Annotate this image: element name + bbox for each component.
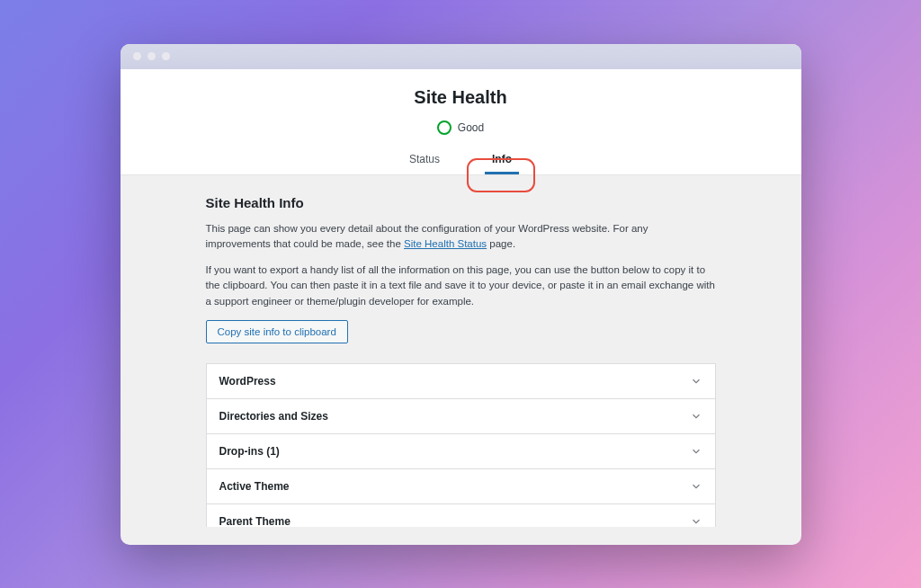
accordion-item-directories[interactable]: Directories and Sizes	[207, 399, 715, 434]
tab-info[interactable]: Info	[479, 146, 524, 174]
accordion-item-dropins[interactable]: Drop-ins (1)	[207, 434, 715, 469]
window-minimize-dot[interactable]	[148, 52, 156, 60]
chevron-down-icon	[690, 480, 702, 493]
chevron-down-icon	[690, 375, 702, 388]
status-circle-icon	[437, 120, 452, 135]
chevron-down-icon	[690, 445, 702, 458]
window-titlebar	[121, 44, 801, 69]
description-2: If you want to export a handy list of al…	[206, 263, 716, 309]
description-1: This page can show you every detail abou…	[206, 221, 716, 253]
copy-site-info-button[interactable]: Copy site info to clipboard	[206, 320, 348, 343]
accordion-label: Directories and Sizes	[219, 410, 328, 423]
accordion-label: Drop-ins (1)	[219, 445, 280, 458]
health-status: Good	[121, 120, 801, 135]
accordion-label: Active Theme	[219, 480, 290, 493]
tab-status[interactable]: Status	[397, 146, 452, 174]
section-title: Site Health Info	[206, 195, 716, 210]
chevron-down-icon	[690, 410, 702, 423]
accordion-item-active-theme[interactable]: Active Theme	[207, 469, 715, 504]
content-area: Site Health Info This page can show you …	[121, 175, 801, 527]
chevron-down-icon	[690, 515, 702, 527]
status-label: Good	[458, 121, 484, 134]
window-close-dot[interactable]	[133, 52, 141, 60]
tabs: Status Info	[121, 146, 801, 174]
window-maximize-dot[interactable]	[162, 52, 170, 60]
page-title: Site Health	[121, 87, 801, 108]
app-window: Site Health Good Status Info Site Health…	[121, 44, 801, 545]
site-health-status-link[interactable]: Site Health Status	[404, 238, 487, 249]
info-accordion: WordPress Directories and Sizes Drop-ins…	[206, 363, 716, 527]
desc1-post: page.	[487, 238, 515, 249]
page-header: Site Health Good Status Info	[121, 69, 801, 175]
accordion-item-wordpress[interactable]: WordPress	[207, 364, 715, 399]
accordion-item-parent-theme[interactable]: Parent Theme	[207, 504, 715, 527]
accordion-label: Parent Theme	[219, 515, 291, 527]
accordion-label: WordPress	[219, 375, 276, 388]
